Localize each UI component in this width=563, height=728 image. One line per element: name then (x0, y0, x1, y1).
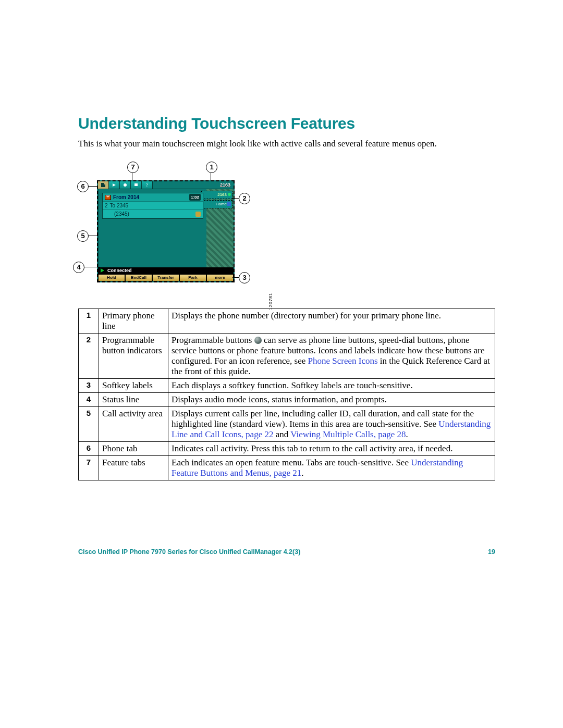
programmable-button-label: 2163 (217, 192, 227, 197)
feature-tab-icon (109, 181, 120, 189)
legend-description: Each displays a softkey function. Softke… (168, 379, 495, 393)
legend-number: 1 (79, 309, 99, 334)
legend-table: 1Primary phone lineDisplays the phone nu… (78, 309, 495, 480)
voicemail-icon (105, 195, 111, 200)
table-row: 4Status lineDisplays audio mode icons, s… (79, 393, 495, 407)
play-indicator-icon (101, 268, 104, 273)
phone-diagram: ? 2163 2163 Home From 2014 1:02 2 To 234… (74, 164, 262, 294)
programmable-button: 2163 (201, 191, 232, 199)
call-row: (2345) (103, 210, 203, 218)
callout: 5 (77, 230, 89, 242)
table-row: 6Phone tabIndicates call activity. Press… (79, 442, 495, 456)
table-row: 7Feature tabsEach indicates an open feat… (79, 456, 495, 480)
phone-screen: ? 2163 2163 Home From 2014 1:02 2 To 234… (97, 180, 235, 282)
callout: 7 (127, 162, 139, 173)
line-status-dot-icon (228, 193, 231, 196)
programmable-button-icon (254, 337, 262, 344)
legend-description: Indicates call activity. Press this tab … (168, 442, 495, 456)
table-row: 2Programmable button indicatorsProgramma… (79, 334, 495, 379)
softkey-bar: Hold EndCall Transfer Park more (98, 274, 234, 281)
legend-description: Displays the phone number (directory num… (168, 309, 495, 334)
callout-number: 7 (127, 162, 139, 173)
feature-tab-icon (120, 181, 131, 189)
handset-icon (195, 212, 201, 217)
softkey: Park (179, 274, 206, 281)
feature-tab-icon: ? (142, 181, 153, 189)
footer-title: Cisco Unified IP Phone 7970 Series for C… (78, 549, 300, 556)
home-icon (227, 202, 231, 206)
legend-name: Phone tab (99, 442, 168, 456)
legend-number: 3 (79, 379, 99, 393)
callout: 1 (206, 162, 217, 173)
call-index: 2 (105, 202, 108, 209)
programmable-button: Home (201, 200, 232, 208)
cross-reference-link[interactable]: Understanding Feature Buttons and Menus,… (172, 458, 463, 478)
legend-number: 2 (79, 334, 99, 379)
legend-name: Primary phone line (99, 309, 168, 334)
callout: 2 (239, 193, 250, 204)
softkey: more (206, 274, 234, 281)
intro-paragraph: This is what your main touchscreen might… (78, 139, 495, 149)
svg-point-0 (124, 183, 127, 187)
status-text: Connected (107, 268, 132, 273)
legend-number: 7 (79, 456, 99, 480)
legend-name: Feature tabs (99, 456, 168, 480)
programmable-button-label: Home (216, 202, 227, 206)
call-row: 2 To 2345 (103, 202, 203, 210)
softkey: Hold (98, 274, 125, 281)
call-row: From 2014 1:02 (103, 193, 203, 202)
legend-number: 6 (79, 442, 99, 456)
primary-extension: 2163 (220, 181, 234, 189)
call-activity-area: From 2014 1:02 2 To 2345 (2345) (102, 193, 203, 219)
legend-description: Displays current calls per line, includi… (168, 407, 495, 442)
legend-number: 4 (79, 393, 99, 407)
call-label: From 2014 (113, 194, 139, 201)
svg-text:?: ? (146, 183, 148, 188)
svg-rect-1 (134, 183, 138, 186)
callout-number: 4 (73, 262, 84, 273)
callout: 6 (77, 181, 89, 192)
figure-id: 120781 (268, 293, 273, 310)
softkey: Transfer (152, 274, 179, 281)
legend-description: Displays audio mode icons, status inform… (168, 393, 495, 407)
callout-number: 5 (77, 230, 89, 242)
legend-number: 5 (79, 407, 99, 442)
feature-tab-bar: ? 2163 (98, 181, 234, 189)
legend-description: Each indicates an open feature menu. Tab… (168, 456, 495, 480)
feature-tab-icon (131, 181, 142, 189)
table-row: 5Call activity areaDisplays current call… (79, 407, 495, 442)
call-subtext: (2345) (114, 211, 129, 217)
status-line: Connected (98, 267, 234, 274)
callout-number: 1 (206, 162, 217, 173)
cross-reference-link[interactable]: Viewing Multiple Calls, page 28 (290, 429, 406, 439)
callout-number: 2 (239, 193, 250, 204)
legend-name: Status line (99, 393, 168, 407)
legend-name: Programmable button indicators (99, 334, 168, 379)
table-row: 1Primary phone lineDisplays the phone nu… (79, 309, 495, 334)
legend-name: Call activity area (99, 407, 168, 442)
legend-name: Softkey labels (99, 379, 168, 393)
footer-page-number: 19 (488, 549, 495, 556)
call-label: To 2345 (110, 202, 129, 209)
callout: 3 (239, 272, 250, 283)
callout-number: 6 (77, 181, 89, 192)
cross-reference-link[interactable]: Phone Screen Icons (308, 356, 377, 366)
call-duration: 1:02 (189, 194, 201, 201)
callout-number: 3 (239, 272, 250, 283)
section-heading: Understanding Touchscreen Features (78, 115, 495, 132)
legend-description: Programmable buttons can serve as phone … (168, 334, 495, 379)
softkey: EndCall (125, 274, 152, 281)
callout: 4 (73, 262, 84, 273)
table-row: 3Softkey labelsEach displays a softkey f… (79, 379, 495, 393)
phone-tab-icon (98, 181, 109, 189)
